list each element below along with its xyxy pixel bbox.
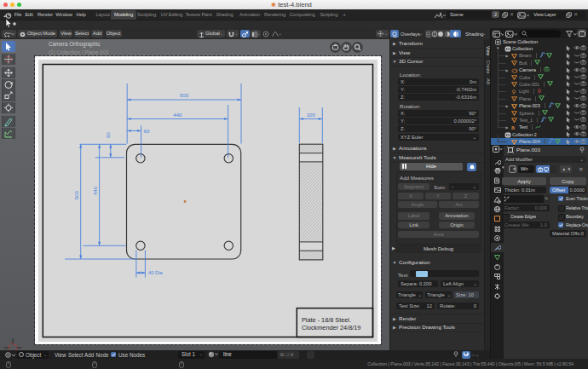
svg-text:40 Dia: 40 Dia (148, 270, 164, 275)
svg-text:Clockmender 24/8/19: Clockmender 24/8/19 (302, 324, 360, 332)
svg-text:500: 500 (73, 190, 79, 199)
svg-text:100: 100 (307, 112, 316, 118)
svg-text:60: 60 (144, 128, 150, 134)
svg-text:440: 440 (173, 112, 182, 118)
svg-text:Plate - 18/8 Steel.: Plate - 18/8 Steel. (302, 316, 351, 324)
svg-text:60: 60 (105, 132, 111, 138)
svg-text:440: 440 (92, 186, 98, 195)
svg-text:500: 500 (180, 92, 189, 98)
